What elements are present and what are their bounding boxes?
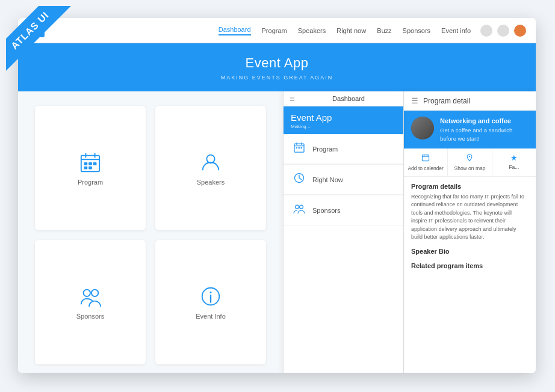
- detail-actions: Add to calender Show on map ★ Fa...: [404, 149, 536, 177]
- hero-title: Event App: [18, 55, 536, 71]
- mobile-header-sub: Making ...: [291, 124, 396, 129]
- grid-card-speakers-label: Speakers: [197, 179, 225, 186]
- grid-card-eventinfo-label: Event Info: [196, 313, 226, 320]
- mobile-program-icon: [292, 141, 306, 156]
- grid-card-program-label: Program: [78, 179, 103, 186]
- nav-icons: [480, 25, 526, 37]
- svg-line-24: [299, 178, 302, 180]
- nav-link-sponsors[interactable]: Sponsors: [403, 27, 430, 34]
- calendar-icon: [421, 153, 430, 164]
- speakers-icon: [199, 151, 222, 174]
- nav-link-rightnow[interactable]: Right now: [336, 27, 366, 34]
- hero-tagline: Making Events Great Again: [18, 75, 536, 81]
- nav-icon-user[interactable]: [514, 25, 526, 37]
- detail-panel-header: ☰ Program detail: [404, 91, 536, 111]
- svg-point-14: [210, 291, 212, 293]
- event-description: Get a coffee and a sandwich before we st…: [440, 126, 529, 142]
- favorite-button[interactable]: ★ Fa...: [492, 149, 536, 176]
- svg-point-26: [300, 205, 303, 209]
- add-calendar-label: Add to calender: [408, 165, 444, 171]
- favorite-label: Fa...: [509, 164, 519, 170]
- grid-card-sponsors[interactable]: Sponsors: [35, 240, 146, 364]
- mobile-item-sponsors[interactable]: Sponsors: [284, 195, 403, 225]
- related-items-title: Related program items: [411, 262, 529, 269]
- svg-point-31: [469, 156, 470, 157]
- detail-body: Program details Recognizing that far too…: [404, 177, 536, 373]
- program-icon: [79, 151, 102, 174]
- program-details-text: Recognizing that far too many IT project…: [411, 193, 529, 242]
- nav-link-program[interactable]: Program: [262, 27, 287, 34]
- svg-rect-27: [423, 155, 429, 161]
- favorite-icon: ★: [510, 153, 518, 162]
- svg-rect-6: [93, 162, 97, 165]
- app-wrapper: mx Dashboard Program Speakers Right now …: [18, 18, 536, 373]
- svg-rect-7: [84, 166, 88, 169]
- mobile-item-rightnow-label: Right Now: [312, 176, 343, 183]
- add-calendar-button[interactable]: Add to calender: [404, 149, 448, 176]
- nav-icon-2[interactable]: [497, 25, 509, 37]
- eventinfo-icon: [199, 285, 222, 308]
- mobile-menu-items: Program Right Now: [284, 134, 403, 373]
- mobile-menu-icon[interactable]: ☰: [290, 96, 295, 102]
- detail-event-info: Networking and coffee Get a coffee and a…: [440, 117, 529, 142]
- map-icon: [465, 153, 474, 164]
- detail-menu-icon[interactable]: ☰: [411, 96, 418, 105]
- hero-banner: Event App Making Events Great Again: [18, 43, 536, 91]
- mobile-nav-bar: ☰ Dashboard: [284, 91, 403, 106]
- svg-rect-5: [88, 162, 92, 165]
- mobile-item-program[interactable]: Program: [284, 134, 403, 164]
- top-nav: mx Dashboard Program Speakers Right now …: [18, 18, 536, 43]
- event-avatar: [411, 117, 434, 139]
- mobile-header-title: Event App: [291, 112, 396, 123]
- svg-rect-19: [296, 147, 298, 149]
- speaker-bio-title: Speaker Bio: [411, 248, 529, 255]
- event-name: Networking and coffee: [440, 117, 529, 125]
- grid-card-program[interactable]: Program: [35, 106, 146, 230]
- svg-rect-21: [301, 147, 303, 149]
- nav-link-eventinfo[interactable]: Event info: [441, 27, 471, 34]
- nav-link-buzz[interactable]: Buzz: [377, 27, 391, 34]
- sponsors-icon: [79, 285, 102, 308]
- mobile-header: Event App Making ...: [284, 106, 403, 134]
- mobile-item-sponsors-label: Sponsors: [312, 207, 340, 214]
- grid-card-speakers[interactable]: Speakers: [155, 106, 266, 230]
- nav-icon-1[interactable]: [480, 25, 492, 37]
- logo: mx: [28, 24, 45, 37]
- svg-point-25: [296, 205, 299, 209]
- svg-rect-20: [299, 147, 300, 149]
- mobile-nav-title: Dashboard: [300, 95, 397, 102]
- svg-point-10: [84, 289, 90, 296]
- mobile-rightnow-icon: [292, 172, 306, 187]
- nav-links: Dashboard Program Speakers Right now Buz…: [219, 26, 471, 35]
- grid-card-eventinfo[interactable]: Event Info: [155, 240, 266, 364]
- nav-link-dashboard[interactable]: Dashboard: [219, 26, 251, 35]
- show-map-button[interactable]: Show on map: [448, 149, 492, 176]
- mobile-item-program-label: Program: [312, 145, 338, 153]
- mobile-sponsors-icon: [292, 203, 306, 218]
- detail-panel: ☰ Program detail Networking and coffee G…: [403, 91, 536, 373]
- show-map-label: Show on map: [454, 165, 486, 171]
- mobile-list-panel: ☰ Dashboard Event App Making ...: [283, 91, 403, 373]
- svg-rect-8: [88, 166, 92, 169]
- svg-rect-4: [84, 162, 88, 165]
- program-details-title: Program details: [411, 183, 529, 190]
- mobile-item-rightnow[interactable]: Right Now: [284, 165, 403, 195]
- detail-event-card: Networking and coffee Get a coffee and a…: [404, 111, 536, 149]
- svg-point-11: [91, 289, 98, 296]
- main-content: Program Speakers Sponsors: [18, 91, 536, 373]
- grid-card-sponsors-label: Sponsors: [76, 313, 104, 320]
- detail-panel-title: Program detail: [423, 97, 470, 105]
- svg-point-9: [206, 155, 214, 162]
- nav-link-speakers[interactable]: Speakers: [298, 27, 326, 34]
- grid-panel: Program Speakers Sponsors: [18, 91, 283, 373]
